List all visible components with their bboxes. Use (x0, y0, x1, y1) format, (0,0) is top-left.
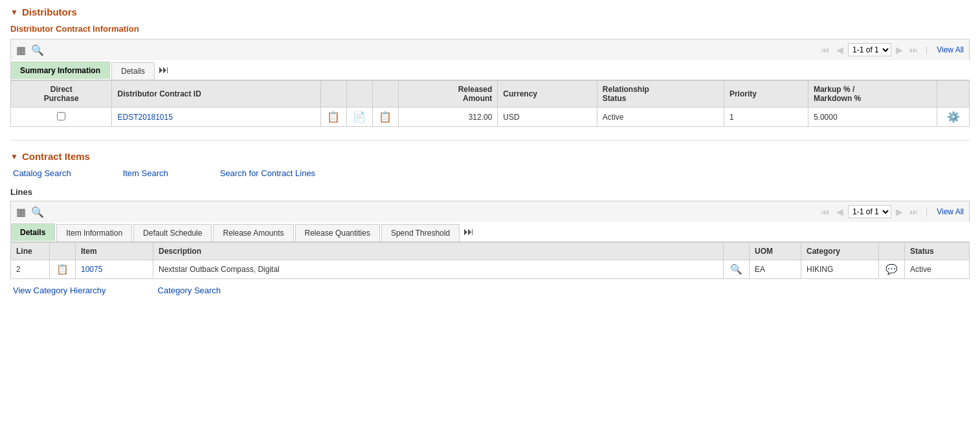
lines-page-select[interactable]: 1-1 of 1 (848, 205, 891, 218)
status-cell: Active (905, 260, 970, 279)
icon2-cell: 📄 (346, 107, 372, 127)
col-contract-id: Distributor Contract ID (112, 81, 320, 107)
contract-id-link[interactable]: EDST20181015 (117, 113, 172, 122)
line-cell: 2 (11, 260, 50, 279)
lines-table: Line Item Description UOM Category Statu… (10, 242, 970, 279)
table-row: 2 📋 10075 Nextstar Outback Compass, Digi… (11, 260, 970, 279)
lines-grid-icon[interactable]: ▦ (16, 206, 26, 218)
icon1-cell: 📋 (320, 107, 346, 127)
released-amount-cell: 312.00 (398, 107, 498, 127)
contract-items-header[interactable]: ▼ Contract Items (10, 151, 970, 162)
col-status: Status (905, 243, 970, 260)
view-all-link[interactable]: View All (937, 45, 964, 54)
lines-tabs: Details Item Information Default Schedul… (10, 222, 970, 242)
document2-icon[interactable]: 📄 (353, 111, 366, 122)
distributors-toolbar: ▦ 🔍 ⏮ ◀ 1-1 of 1 ▶ ⏭ | View All (10, 39, 970, 60)
settings-icon[interactable]: ⚙️ (947, 111, 960, 122)
col-line-icon (50, 243, 76, 260)
section-divider (10, 140, 970, 141)
distributors-table: DirectPurchase Distributor Contract ID R… (10, 80, 970, 127)
distributors-title: Distributors (22, 6, 77, 17)
last-page-button[interactable]: ⏭ (908, 45, 920, 55)
lines-next-page-button[interactable]: ▶ (894, 207, 905, 217)
icon3-cell: 📋 (372, 107, 398, 127)
line-icon-cell: 📋 (50, 260, 76, 279)
description-cell: Nextstar Outback Compass, Digital (153, 260, 724, 279)
tab-default-schedule[interactable]: Default Schedule (133, 224, 212, 242)
col-item: Item (76, 243, 153, 260)
item-search-link[interactable]: Item Search (123, 168, 168, 178)
item-link[interactable]: 10075 (81, 265, 102, 274)
distributors-header[interactable]: ▼ Distributors (10, 6, 970, 17)
col-category: Category (801, 243, 879, 260)
grid-icon[interactable]: ▦ (16, 44, 26, 56)
page-select[interactable]: 1-1 of 1 (848, 43, 891, 56)
lines-prev-page-button[interactable]: ◀ (834, 207, 845, 217)
next-page-button[interactable]: ▶ (894, 45, 905, 55)
tab-details[interactable]: Details (111, 62, 155, 80)
comment-icon-cell: 💬 (879, 260, 905, 279)
distributors-tabs: Summary Information Details ⏭ (10, 60, 970, 80)
category-cell: HIKING (801, 260, 879, 279)
col-icon1 (320, 81, 346, 107)
col-search-icon (724, 243, 750, 260)
priority-cell: 1 (724, 107, 808, 127)
col-line: Line (11, 243, 50, 260)
item-cell: 10075 (76, 260, 153, 279)
search-icon[interactable]: 🔍 (31, 44, 44, 56)
item-search-icon[interactable]: 🔍 (730, 264, 742, 275)
col-uom: UOM (750, 243, 801, 260)
contract-items-title: Contract Items (22, 151, 90, 162)
lines-first-page-button[interactable]: ⏮ (819, 207, 832, 217)
col-icon3 (372, 81, 398, 107)
currency-cell: USD (498, 107, 597, 127)
line-doc-icon[interactable]: 📋 (56, 264, 69, 275)
col-priority: Priority (724, 81, 808, 107)
col-currency: Currency (498, 81, 597, 107)
tab-spend-threshold[interactable]: Spend Threshold (381, 224, 460, 242)
prev-page-button[interactable]: ◀ (834, 45, 845, 55)
contract-id-cell: EDST20181015 (112, 107, 320, 127)
lines-last-page-button[interactable]: ⏭ (908, 207, 920, 217)
col-icon2 (346, 81, 372, 107)
document3-icon[interactable]: 📋 (379, 111, 392, 122)
distributors-section: ▼ Distributors Distributor Contract Info… (10, 6, 970, 127)
contract-items-section: ▼ Contract Items Catalog Search Item Sea… (10, 151, 970, 295)
lines-tab-expander-icon[interactable]: ⏭ (463, 226, 474, 238)
lines-label: Lines (10, 187, 970, 197)
uom-cell: EA (750, 260, 801, 279)
comment-icon[interactable]: 💬 (885, 264, 898, 275)
item-search-icon-cell: 🔍 (724, 260, 750, 279)
col-description: Description (153, 243, 724, 260)
tab-item-information[interactable]: Item Information (56, 224, 132, 242)
markup-cell: 5.0000 (808, 107, 937, 127)
lines-pagination: ⏮ ◀ 1-1 of 1 ▶ ⏭ | View All (819, 205, 964, 218)
tab-release-amounts[interactable]: Release Amounts (213, 224, 293, 242)
search-links-bar: Catalog Search Item Search Search for Co… (10, 168, 970, 178)
tab-details[interactable]: Details (10, 223, 55, 242)
tab-expander-icon[interactable]: ⏭ (159, 64, 169, 76)
direct-purchase-checkbox[interactable] (57, 112, 65, 120)
action-cell: ⚙️ (937, 107, 970, 127)
tab-summary-information[interactable]: Summary Information (10, 62, 110, 80)
lines-toolbar: ▦ 🔍 ⏮ ◀ 1-1 of 1 ▶ ⏭ | View All (10, 201, 970, 222)
col-comment-icon (879, 243, 905, 260)
col-action (937, 81, 970, 107)
catalog-search-link[interactable]: Catalog Search (13, 168, 71, 178)
col-direct-purchase: DirectPurchase (11, 81, 112, 107)
category-search-link[interactable]: Category Search (158, 286, 221, 295)
col-markup: Markup % /Markdown % (808, 81, 937, 107)
distributors-pagination: ⏮ ◀ 1-1 of 1 ▶ ⏭ | View All (819, 43, 964, 56)
table-row: EDST20181015 📋 📄 📋 312.00 USD Active 1 5… (11, 107, 970, 127)
lines-search-icon[interactable]: 🔍 (31, 206, 44, 218)
relationship-status-cell: Active (597, 107, 724, 127)
col-relationship-status: RelationshipStatus (597, 81, 724, 107)
search-contract-lines-link[interactable]: Search for Contract Lines (220, 168, 315, 178)
contract-items-chevron-icon: ▼ (10, 152, 18, 161)
tab-release-quantities[interactable]: Release Quantities (295, 224, 380, 242)
direct-purchase-cell (11, 107, 112, 127)
first-page-button[interactable]: ⏮ (819, 45, 832, 55)
lines-view-all-link[interactable]: View All (937, 207, 964, 216)
view-category-hierarchy-link[interactable]: View Category Hierarchy (13, 286, 106, 295)
document1-icon[interactable]: 📋 (327, 111, 340, 122)
